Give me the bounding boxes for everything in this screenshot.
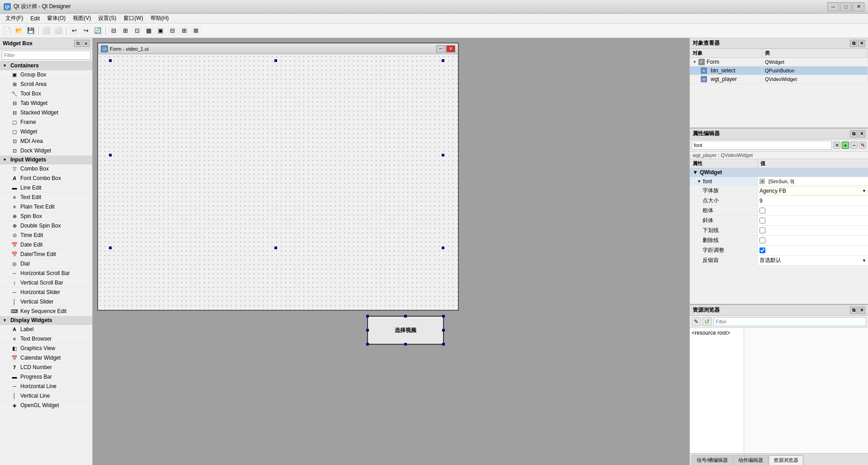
obj-inspector-close-button[interactable]: ✕ (858, 40, 865, 47)
layout-splitter-v-button[interactable]: ⊞ (179, 25, 189, 36)
prop-value-strikeout[interactable] (758, 236, 868, 245)
maximize-button[interactable]: □ (840, 2, 852, 11)
resource-browser-float-button[interactable]: ⧉ (850, 307, 857, 314)
search-add-button[interactable]: + (842, 142, 849, 149)
widget-item-textedit[interactable]: ≡ Text Edit (0, 193, 92, 202)
obj-row-btn-select[interactable]: B btn_select QPushButton (690, 66, 868, 75)
underline-checkbox[interactable] (760, 228, 765, 233)
qwidget-expand-arrow[interactable]: ▼ (693, 169, 698, 176)
cut-button[interactable]: ⬜ (41, 25, 52, 36)
resource-pen-button[interactable]: ✎ (692, 317, 701, 326)
prop-row-bold[interactable]: 粗体 (690, 206, 868, 216)
prop-value-font[interactable]: A [SimSun, 9] (758, 177, 868, 185)
category-input-widgets[interactable]: ▼ Input Widgets (0, 156, 92, 164)
prop-row-fontfamily[interactable]: 字体族 Agency FB ▼ (690, 186, 868, 196)
prop-value-italic[interactable] (758, 216, 868, 225)
widget-item-frame[interactable]: ▢ Frame (0, 118, 92, 127)
menu-window[interactable]: 窗口(W) (120, 14, 146, 23)
form-minimize-button[interactable]: ─ (436, 45, 445, 52)
widget-item-scrollarea[interactable]: ⊞ Scroll Area (0, 80, 92, 89)
widget-item-keyseqedit[interactable]: ⌨ Key Sequence Edit (0, 307, 92, 316)
new-button[interactable]: 📄 (2, 25, 13, 36)
redo-button[interactable]: ↪ (80, 25, 91, 36)
widget-filter-input[interactable] (2, 51, 90, 60)
save-button[interactable]: 💾 (25, 25, 36, 36)
close-button[interactable]: ✕ (853, 2, 864, 11)
widget-item-toolbox[interactable]: 🔧 Tool Box (0, 89, 92, 99)
layout-v-button[interactable]: ⊞ (120, 25, 131, 36)
obj-inspector-float-button[interactable]: ⧉ (850, 40, 857, 47)
tab-resource-browser[interactable]: 资源浏览器 (769, 455, 803, 465)
widget-item-vscrollbar[interactable]: ↕ Vertical Scroll Bar (0, 278, 92, 288)
btn-select-widget[interactable]: 选择视频 (367, 316, 444, 345)
obj-row-form[interactable]: ▼ F Form QWidget (690, 58, 868, 66)
resource-refresh-button[interactable]: ↺ (703, 317, 712, 326)
search-pen-button[interactable]: ✎ (859, 142, 866, 149)
widget-item-dockwidget[interactable]: ⊡ Dock Widget (0, 146, 92, 156)
open-button[interactable]: 📂 (14, 25, 24, 36)
layout-form-button[interactable]: ▦ (143, 25, 154, 36)
widget-item-combobox[interactable]: ▽ Combo Box (0, 164, 92, 174)
kerning-checkbox[interactable] (760, 247, 765, 253)
widget-item-progressbar[interactable]: ▬ Progress Bar (0, 372, 92, 382)
widget-item-calendarwidget[interactable]: 📅 Calendar Widget (0, 353, 92, 363)
prop-value-antialias[interactable]: 首选默认 ▼ (758, 256, 868, 265)
widget-item-vslider[interactable]: │ Vertical Slider (0, 297, 92, 307)
widget-item-dateedit[interactable]: 📅 Date Edit (0, 240, 92, 250)
prop-value-fontsize[interactable]: 9 (758, 196, 868, 205)
undo-button[interactable]: ↩ (69, 25, 80, 36)
prop-editor-float-button[interactable]: ⧉ (850, 130, 857, 138)
widget-item-widget[interactable]: ▢ Widget (0, 127, 92, 137)
widget-box-close-button[interactable]: ✕ (82, 40, 90, 47)
prop-value-fontfamily[interactable]: Agency FB ▼ (758, 186, 868, 195)
prop-row-fontsize[interactable]: 点大小 9 (690, 196, 868, 206)
prop-row-italic[interactable]: 斜体 (690, 216, 868, 226)
menu-form[interactable]: 窗体(O) (43, 14, 69, 23)
category-display-widgets[interactable]: ▼ Display Widgets (0, 316, 92, 325)
prop-row-underline[interactable]: 下划线 (690, 226, 868, 236)
refresh-button[interactable]: 🔄 (92, 25, 103, 36)
widget-item-spinbox[interactable]: ⊕ Spin Box (0, 212, 92, 221)
widget-item-plaintextedit[interactable]: ≡ Plain Text Edit (0, 202, 92, 212)
widget-item-mdiarea[interactable]: ⊡ MDI Area (0, 137, 92, 146)
widget-item-dial[interactable]: ◎ Dial (0, 259, 92, 269)
widget-item-textbrowser[interactable]: ≡ Text Browser (0, 334, 92, 344)
menu-help[interactable]: 帮助(H) (147, 14, 173, 23)
widget-item-hline[interactable]: ─ Horizontal Line (0, 382, 92, 391)
widget-item-hscrollbar[interactable]: ↔ Horizontal Scroll Bar (0, 269, 92, 278)
widget-item-graphicsview[interactable]: ◧ Graphics View (0, 344, 92, 353)
prop-row-antialias[interactable]: 反锯齿 首选默认 ▼ (690, 256, 868, 266)
prop-editor-close-button[interactable]: ✕ (858, 130, 865, 138)
form-canvas[interactable]: 选择视频 (98, 54, 458, 310)
menu-edit[interactable]: Edit (27, 14, 43, 23)
prop-value-bold[interactable] (758, 206, 868, 215)
widget-item-lcdnumber[interactable]: 7 LCD Number (0, 363, 92, 372)
bold-checkbox[interactable] (760, 208, 765, 214)
layout-g-button[interactable]: ⊡ (132, 25, 142, 36)
antialias-dropdown[interactable]: 首选默认 ▼ (758, 256, 868, 264)
search-clear-button[interactable]: ✕ (833, 142, 840, 149)
copy-button[interactable]: ⬜ (53, 25, 64, 36)
menu-file[interactable]: 文件(F) (2, 14, 27, 23)
strikeout-checkbox[interactable] (760, 237, 765, 243)
prop-row-strikeout[interactable]: 删除线 (690, 236, 868, 246)
font-expand-arrow[interactable]: ▼ (697, 179, 701, 184)
widget-item-timeedit[interactable]: ⊙ Time Edit (0, 231, 92, 240)
widget-item-datetimeedit[interactable]: 📅 Date/Time Edit (0, 250, 92, 259)
search-minus-button[interactable]: − (850, 142, 858, 149)
widget-item-vline[interactable]: │ Vertical Line (0, 391, 92, 401)
prop-row-font[interactable]: ▼ font A [SimSun, 9] (690, 177, 868, 186)
prop-value-kerning[interactable] (758, 246, 868, 255)
resource-browser-close-button[interactable]: ✕ (858, 307, 865, 314)
tab-signal-slot-editor[interactable]: 信号/槽编辑器 (692, 455, 733, 465)
layout-splitter-h-button[interactable]: ⊟ (167, 25, 178, 36)
widget-item-lineedit[interactable]: ▬ Line Edit (0, 183, 92, 193)
widget-box-float-button[interactable]: ⧉ (74, 40, 81, 47)
widget-item-doublespinbox[interactable]: ⊕ Double Spin Box (0, 221, 92, 231)
form-close-button[interactable]: ✕ (446, 45, 455, 52)
resource-filter-input[interactable] (713, 317, 866, 326)
widget-item-hslider[interactable]: ─ Horizontal Slider (0, 288, 92, 297)
widget-item-openglwidget[interactable]: ◈ OpenGL Widget (0, 401, 92, 410)
menu-settings[interactable]: 设置(S) (94, 14, 120, 23)
italic-checkbox[interactable] (760, 218, 765, 223)
